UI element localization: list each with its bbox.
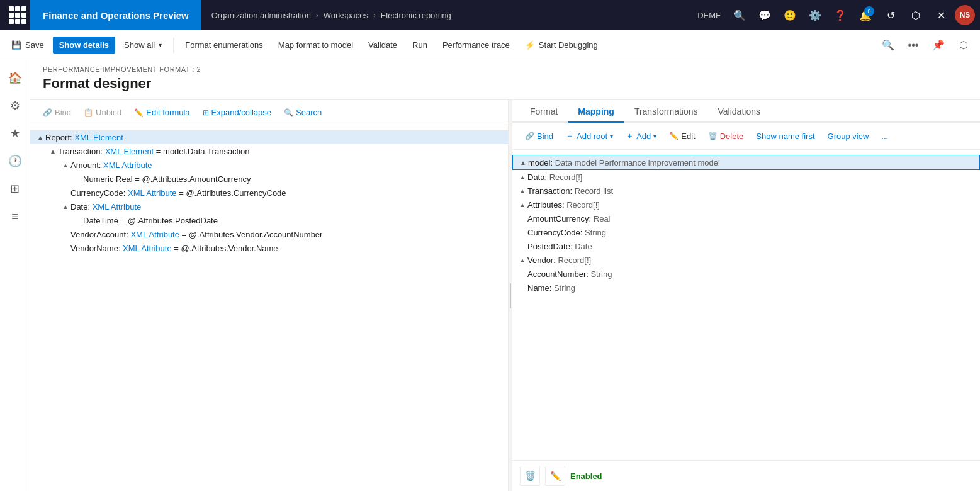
expand-collapse-button[interactable]: ⊞ Expand/collapse [198, 105, 276, 120]
expand-icon-datetime [73, 215, 83, 225]
map-item-text-transaction-r: Transaction: Record list [527, 186, 975, 196]
map-item-currencycode-m[interactable]: CurrencyCode: String [512, 225, 980, 239]
edit-button[interactable]: ✏️ Edit [664, 129, 700, 144]
map-item-amountcurrency[interactable]: AmountCurrency: Real [512, 212, 980, 225]
map-item-name[interactable]: Name: String [512, 281, 980, 295]
tab-format-label: Format [530, 106, 558, 116]
comment-icon[interactable]: 💬 [753, 4, 776, 26]
share-icon-cmd[interactable]: ⬡ [952, 34, 975, 57]
delete-button[interactable]: 🗑️ Delete [703, 129, 749, 144]
map-format-to-model-button[interactable]: Map format to model [272, 37, 359, 54]
nav-workspaces-icon[interactable]: ⊞ [3, 176, 28, 201]
map-item-vendor[interactable]: ▲ Vendor: Record[!] [512, 253, 980, 267]
map-item-posteddate[interactable]: PostedDate: Date [512, 239, 980, 253]
open-icon[interactable]: ⬡ [904, 4, 927, 26]
mapping-tree[interactable]: ▲ model: Data model Performance improvem… [512, 150, 980, 460]
breadcrumb-part2[interactable]: Workspaces [324, 11, 368, 20]
map-item-data[interactable]: ▲ Data: Record[!] [512, 170, 980, 184]
settings-icon[interactable]: ⚙️ [804, 4, 826, 26]
search-icon-topbar[interactable]: 🔍 [728, 4, 751, 26]
nav-recent-icon[interactable]: 🕐 [3, 149, 28, 174]
show-all-button[interactable]: Show all ▾ [118, 37, 168, 54]
map-item-model[interactable]: ▲ model: Data model Performance improvem… [512, 155, 980, 170]
expand-icon-currencycode [60, 188, 70, 198]
tree-item-currencycode[interactable]: CurrencyCode: XML Attribute = @.Attribut… [30, 186, 508, 200]
search-button[interactable]: 🔍 Search [279, 105, 327, 120]
bind-icon: 🔗 [43, 108, 52, 117]
tab-transformations[interactable]: Transformations [624, 100, 708, 123]
validate-button[interactable]: Validate [362, 37, 403, 54]
delete-icon: 🗑️ [708, 132, 718, 140]
breadcrumb-part3[interactable]: Electronic reporting [381, 11, 451, 20]
tree-item-date[interactable]: ▲ Date: XML Attribute [30, 200, 508, 213]
tree-item-amount[interactable]: ▲ Amount: XML Attribute [30, 158, 508, 172]
show-name-first-label: Show name first [756, 132, 814, 141]
map-item-accountnumber[interactable]: AccountNumber: String [512, 267, 980, 281]
expand-icon-vendorname [60, 243, 70, 253]
validate-label: Validate [368, 40, 397, 50]
more-button[interactable]: ... [876, 129, 893, 144]
commandbar: 💾 Save Show details Show all ▾ Format en… [0, 30, 980, 60]
tree-item-datetime[interactable]: DateTime = @.Attributes.PostedDate [30, 213, 508, 227]
tab-validations[interactable]: Validations [708, 100, 770, 123]
close-icon-topbar[interactable]: ✕ [930, 4, 952, 26]
nav-home-icon[interactable]: 🏠 [3, 65, 28, 91]
expand-icon-report[interactable]: ▲ [35, 132, 45, 142]
performance-trace-button[interactable]: Performance trace [436, 37, 516, 54]
unbind-button[interactable]: 📋 Unbind [79, 105, 127, 120]
expand-icon-transaction[interactable]: ▲ [48, 146, 58, 156]
expand-icon-amount[interactable]: ▲ [60, 160, 70, 170]
help-icon[interactable]: ❓ [829, 4, 852, 26]
nav-modules-icon[interactable]: ≡ [3, 204, 28, 229]
smiley-icon[interactable]: 🙂 [779, 4, 801, 26]
map-item-text-amountcurrency: AmountCurrency: Real [527, 214, 975, 223]
expand-icon-vendor[interactable]: ▲ [517, 255, 527, 265]
tree-item-text-transaction: Transaction: XML Element = model.Data.Tr… [58, 147, 503, 156]
more-icon-cmd[interactable]: ••• [902, 34, 925, 57]
footer-edit-button[interactable]: ✏️ [545, 466, 565, 486]
tab-mapping[interactable]: Mapping [568, 100, 624, 123]
start-debugging-button[interactable]: ⚡ Start Debugging [519, 37, 604, 54]
mapping-toolbar: 🔗 Bind ＋ Add root ▾ ＋ Add ▾ ✏️ [512, 123, 980, 150]
footer-delete-button[interactable]: 🗑️ [520, 466, 540, 486]
topbar-right: DEMF 🔍 💬 🙂 ⚙️ ❓ 🔔 0 ↺ ⬡ ✕ NS [697, 4, 975, 26]
user-avatar[interactable]: NS [955, 5, 975, 25]
tree-item-report[interactable]: ▲ Report: XML Element [30, 130, 508, 144]
map-item-text-attributes: Attributes: Record[!] [527, 200, 975, 210]
bind-button[interactable]: 🔗 Bind [38, 105, 76, 120]
tree-item-numeric[interactable]: Numeric Real = @.Attributes.AmountCurren… [30, 172, 508, 186]
add-root-button[interactable]: ＋ Add root ▾ [561, 128, 618, 144]
refresh-icon[interactable]: ↺ [879, 4, 902, 26]
format-tree[interactable]: ▲ Report: XML Element ▲ Transaction: XML… [30, 125, 508, 491]
group-view-button[interactable]: Group view [823, 129, 874, 144]
breadcrumb-part1[interactable]: Organization administration [211, 11, 311, 20]
show-name-first-button[interactable]: Show name first [751, 129, 819, 144]
nav-favorites-icon[interactable]: ★ [3, 121, 28, 146]
pin-icon-cmd[interactable]: 📌 [927, 34, 950, 57]
nav-filter-icon[interactable]: ⚙ [3, 93, 28, 118]
edit-label: Edit [681, 132, 695, 141]
tab-format[interactable]: Format [520, 100, 568, 123]
save-button[interactable]: 💾 Save [5, 37, 50, 54]
search-icon-cmd[interactable]: 🔍 [877, 34, 899, 57]
tree-item-vendorname[interactable]: VendorName: XML Attribute = @.Attributes… [30, 241, 508, 255]
add-button[interactable]: ＋ Add ▾ [621, 128, 662, 144]
expand-icon-model[interactable]: ▲ [518, 157, 528, 167]
expand-icon-transaction-r[interactable]: ▲ [517, 186, 527, 196]
app-grid-button[interactable] [5, 6, 30, 24]
tree-item-vendoraccount[interactable]: VendorAccount: XML Attribute = @.Attribu… [30, 227, 508, 241]
expand-icon-attributes[interactable]: ▲ [517, 200, 527, 210]
breadcrumb-sep2: › [373, 11, 376, 19]
run-button[interactable]: Run [406, 37, 434, 54]
show-details-button[interactable]: Show details [53, 37, 115, 54]
notifications-icon[interactable]: 🔔 0 [854, 4, 877, 26]
map-item-transaction-r[interactable]: ▲ Transaction: Record list [512, 184, 980, 198]
tree-item-transaction[interactable]: ▲ Transaction: XML Element = model.Data.… [30, 144, 508, 158]
map-bind-button[interactable]: 🔗 Bind [520, 129, 558, 144]
format-enumerations-button[interactable]: Format enumerations [179, 37, 269, 54]
map-item-attributes[interactable]: ▲ Attributes: Record[!] [512, 198, 980, 212]
edit-formula-button[interactable]: ✏️ Edit formula [129, 105, 194, 120]
expand-collapse-label: Expand/collapse [211, 108, 271, 117]
expand-icon-data[interactable]: ▲ [517, 172, 527, 182]
expand-icon-date[interactable]: ▲ [60, 201, 70, 212]
